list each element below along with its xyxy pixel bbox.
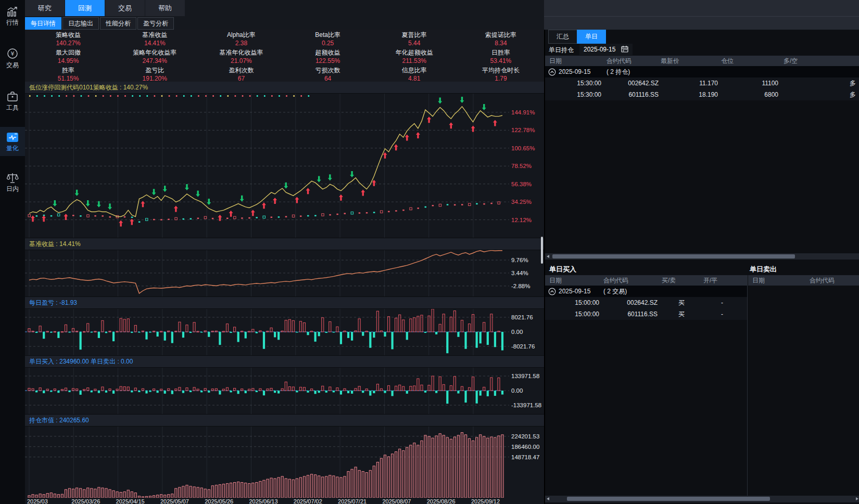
horizontal-scrollbar-top[interactable]: [545, 253, 859, 260]
table-row[interactable]: 15:00:00002642.SZ买-: [545, 297, 747, 308]
position-value-chart[interactable]: 224201.53186460.00148718.47: [25, 427, 544, 498]
stat-item: 基准收益14.41%: [111, 30, 198, 47]
sidebar-item-label: 工具: [0, 104, 25, 111]
tab-log-output[interactable]: 日志输出: [62, 17, 99, 30]
table-row[interactable]: 15:00:00601116.SS买-: [545, 308, 747, 320]
table-cell: -: [703, 308, 741, 320]
table-cell: 15:00:00: [549, 308, 599, 320]
svg-text:144.91%: 144.91%: [511, 109, 535, 115]
sidebar-item-tools[interactable]: 工具: [0, 86, 25, 115]
holdings-table: 日期合约代码最新价仓位多/空2025-09-15( 2 持仓)15:30:000…: [545, 30, 859, 253]
charts-vertical-scrollbar[interactable]: [541, 237, 543, 264]
stat-item: 基准年化收益率21.07%: [198, 47, 284, 65]
stat-value: 211.53%: [371, 57, 458, 65]
sidebar-item-trade[interactable]: ¥ 交易: [0, 43, 25, 73]
scroll-left-icon[interactable]: [547, 497, 549, 500]
stat-label: 策略收益: [25, 31, 111, 39]
right-panel: 汇总 单日 单日持仓 2025-09-15 日期合约代码最新价仓位多/空2025…: [544, 30, 859, 504]
svg-text:34.25%: 34.25%: [511, 199, 532, 205]
tab-performance[interactable]: 性能分析: [100, 17, 136, 30]
svg-text:3.44%: 3.44%: [511, 270, 528, 276]
column-header: 买/卖: [662, 275, 701, 286]
group-row[interactable]: 2025-09-15( 2 持仓): [545, 66, 859, 77]
quant-pulse-icon: [6, 132, 19, 143]
column-header: 仓位: [721, 56, 778, 66]
sidebar-item-label: 交易: [0, 61, 25, 69]
horizontal-scrollbar-bottom[interactable]: [545, 496, 859, 502]
x-axis-tick: 2025/03/26: [71, 498, 100, 504]
column-header: 最新价: [661, 56, 718, 66]
x-axis-tick: 2025/06/13: [249, 498, 278, 504]
svg-text:56.38%: 56.38%: [511, 181, 532, 187]
tab-daily-detail[interactable]: 每日详情: [25, 17, 61, 30]
table-cell: 多: [784, 89, 856, 100]
table-cell: 11.170: [661, 77, 718, 89]
daily-pnl-chart[interactable]: 8021.760.00-8021.76: [25, 309, 544, 355]
table-cell: 15:30:00: [549, 89, 601, 100]
stat-item: 策略年化收益率247.34%: [111, 47, 198, 65]
stat-label: 日胜率: [458, 48, 544, 57]
nav-tab-research[interactable]: 研究: [25, 0, 65, 16]
benchmark-chart[interactable]: 9.76%3.44%-2.88%: [25, 250, 544, 296]
top-nav-right-filler: [544, 0, 859, 30]
table-cell: ( 2 持仓): [607, 66, 664, 77]
stat-label: 年化超额收益: [371, 48, 458, 57]
x-axis-labels: 2025/032025/03/262025/04/152025/05/07202…: [25, 498, 544, 504]
table-row[interactable]: 15:30:00002642.SZ11.17011100多: [545, 77, 859, 89]
svg-text:12.12%: 12.12%: [511, 217, 532, 223]
benchmark-header: 基准收益 : 14.41%: [25, 238, 544, 250]
stat-label: Beta比率: [285, 31, 371, 39]
buy-sell-chart[interactable]: 133971.580.00-133971.58: [25, 368, 544, 414]
table-cell: 多: [784, 77, 856, 89]
scroll-left-icon[interactable]: [547, 255, 549, 258]
stat-item: 胜率51.15%: [25, 65, 111, 83]
svg-text:224201.53: 224201.53: [511, 433, 539, 440]
sidebar-item-quant[interactable]: 量化: [0, 127, 25, 156]
scrollbar-thumb[interactable]: [552, 254, 795, 259]
sidebar-item-label: 日内: [0, 185, 25, 192]
sells-title: 单日卖出: [750, 265, 777, 274]
sells-table: 日期合约代码: [748, 275, 859, 494]
table-cell: 2025-09-15: [559, 286, 611, 297]
svg-text:133971.58: 133971.58: [511, 373, 539, 379]
collapse-group-icon[interactable]: [548, 288, 556, 295]
column-header: 日期: [549, 56, 601, 66]
svg-text:-2.88%: -2.88%: [511, 283, 530, 289]
stat-item: Alpha比率2.38: [198, 30, 284, 47]
stat-item: 夏普比率5.44: [371, 30, 458, 47]
strategy-chart[interactable]: 144.91%122.78%100.65%78.52%56.38%34.25%1…: [25, 94, 544, 238]
x-axis-tick: 2025/07/02: [294, 498, 322, 504]
stat-value: 21.07%: [198, 57, 284, 65]
nav-tab-trade[interactable]: 交易: [105, 0, 145, 16]
stat-label: 信息比率: [371, 66, 458, 74]
scrollbar-thumb[interactable]: [567, 497, 770, 501]
table-header-row: 日期合约代码最新价仓位多/空: [545, 56, 859, 66]
table-cell: ( 2 交易): [603, 286, 661, 297]
stat-label: 盈亏比: [111, 66, 198, 74]
column-header: 日期: [549, 275, 599, 286]
main-chart-title: 低位涨停回测代码0101策略收益 : 140.27%: [25, 82, 544, 94]
sidebar-item-market[interactable]: 行情: [0, 2, 25, 30]
market-chart-icon: [7, 7, 18, 17]
buy-sell-header: 单日买入 : 234960.00 单日卖出 : 0.00: [25, 355, 544, 368]
table-cell: 601116.SS: [603, 308, 658, 320]
group-row[interactable]: 2025-09-15( 2 交易): [545, 286, 747, 297]
collapse-group-icon[interactable]: [548, 68, 556, 76]
stat-value: 14.41%: [111, 39, 198, 47]
x-axis-tick: 2025/09/12: [471, 498, 500, 504]
x-axis-tick: 2025/05/26: [205, 498, 233, 504]
buys-table: 日期合约代码买/卖开/平2025-09-15( 2 交易)15:00:00002…: [545, 275, 747, 494]
stat-item: 超额收益122.55%: [285, 47, 371, 65]
sidebar: 行情 ¥ 交易 工具 量化: [0, 0, 25, 504]
nav-tab-help[interactable]: 帮助: [145, 0, 185, 16]
table-cell: 002642.SZ: [603, 297, 658, 308]
table-row[interactable]: 15:30:00601116.SS18.1906800多: [545, 89, 859, 100]
svg-text:-8021.76: -8021.76: [511, 343, 535, 350]
tab-pnl-analysis[interactable]: 盈亏分析: [137, 17, 174, 30]
stat-value: 247.34%: [111, 57, 198, 65]
nav-tab-backtest[interactable]: 回测: [65, 0, 105, 16]
scroll-right-icon[interactable]: [856, 497, 858, 500]
stat-item: 年化超额收益211.53%: [371, 47, 458, 65]
sidebar-item-intraday[interactable]: 日内: [0, 167, 25, 197]
x-axis-tick: 2025/08/26: [427, 498, 456, 504]
